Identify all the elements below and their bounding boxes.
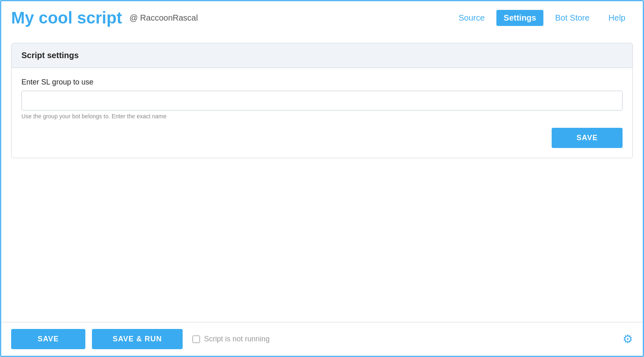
username: @ RaccoonRascal xyxy=(129,13,198,23)
form-actions: SAVE xyxy=(21,128,623,148)
status-container: Script is not running xyxy=(193,335,270,343)
footer-save-button[interactable]: SAVE xyxy=(11,329,85,349)
settings-card: Script settings Enter SL group to use Us… xyxy=(11,43,633,158)
sl-group-hint: Use the group your bot belongs to. Enter… xyxy=(21,113,623,120)
header: My cool script @ RaccoonRascal Source Se… xyxy=(1,1,643,35)
header-nav: Source Settings Bot Store Help xyxy=(451,10,633,26)
running-checkbox[interactable] xyxy=(193,336,200,343)
main-content: Script settings Enter SL group to use Us… xyxy=(1,35,643,322)
settings-card-header: Script settings xyxy=(12,43,632,68)
app-title: My cool script xyxy=(11,9,122,27)
nav-settings[interactable]: Settings xyxy=(496,10,544,26)
sl-group-label: Enter SL group to use xyxy=(21,78,623,87)
sl-group-form-group: Enter SL group to use Use the group your… xyxy=(21,78,623,120)
status-label: Script is not running xyxy=(204,335,270,343)
save-settings-button[interactable]: SAVE xyxy=(552,128,623,148)
nav-botstore[interactable]: Bot Store xyxy=(548,10,597,26)
gear-icon[interactable]: ⚙ xyxy=(623,332,633,346)
nav-source[interactable]: Source xyxy=(451,10,492,26)
footer: SAVE SAVE & RUN Script is not running ⚙ xyxy=(1,322,643,356)
settings-card-title: Script settings xyxy=(21,51,79,60)
sl-group-input[interactable] xyxy=(21,91,623,110)
footer-save-run-button[interactable]: SAVE & RUN xyxy=(92,329,183,349)
nav-help[interactable]: Help xyxy=(601,10,633,26)
app-frame: My cool script @ RaccoonRascal Source Se… xyxy=(0,0,644,357)
settings-card-body: Enter SL group to use Use the group your… xyxy=(12,68,632,158)
